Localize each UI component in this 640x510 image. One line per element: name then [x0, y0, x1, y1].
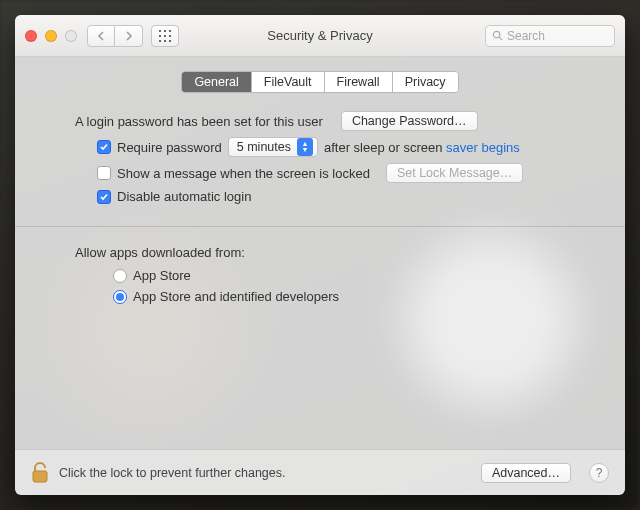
nav-back-forward [87, 25, 143, 47]
change-password-button[interactable]: Change Password… [341, 111, 478, 131]
window-controls [25, 30, 77, 42]
show-lock-message-label: Show a message when the screen is locked [117, 166, 370, 181]
svg-rect-5 [169, 35, 171, 37]
tab-firewall[interactable]: Firewall [325, 72, 393, 92]
tab-general[interactable]: General [182, 72, 251, 92]
svg-point-9 [493, 31, 499, 37]
forward-button[interactable] [115, 25, 143, 47]
disable-automatic-login-checkbox[interactable] [97, 190, 111, 204]
allow-apps-heading: Allow apps downloaded from: [75, 245, 245, 260]
allow-apps-identified-developers-radio[interactable] [113, 290, 127, 304]
svg-rect-11 [33, 471, 47, 482]
allow-apps-app-store-label: App Store [133, 268, 191, 283]
svg-rect-6 [159, 40, 161, 42]
help-button[interactable]: ? [589, 463, 609, 483]
svg-rect-8 [169, 40, 171, 42]
lock-icon[interactable] [31, 462, 49, 484]
login-password-set-text: A login password has been set for this u… [75, 114, 323, 129]
search-placeholder: Search [507, 29, 545, 43]
search-input[interactable]: Search [485, 25, 615, 47]
window-titlebar: Security & Privacy Search [15, 15, 625, 57]
close-window-button[interactable] [25, 30, 37, 42]
require-password-label: Require password [117, 140, 222, 155]
svg-rect-1 [164, 30, 166, 32]
show-lock-message-checkbox[interactable] [97, 166, 111, 180]
show-all-prefs-button[interactable] [151, 25, 179, 47]
preferences-window: Security & Privacy Search General FileVa… [15, 15, 625, 495]
svg-rect-2 [169, 30, 171, 32]
tab-privacy[interactable]: Privacy [393, 72, 458, 92]
allow-apps-app-store-radio[interactable] [113, 269, 127, 283]
tab-filevault[interactable]: FileVault [252, 72, 325, 92]
svg-line-10 [499, 37, 502, 40]
svg-rect-3 [159, 35, 161, 37]
svg-rect-0 [159, 30, 161, 32]
require-password-checkbox[interactable] [97, 140, 111, 154]
require-password-suffix: after sleep or screen saver begins [324, 140, 520, 155]
stepper-arrows-icon: ▲▼ [297, 138, 313, 156]
section-divider [15, 226, 625, 227]
back-button[interactable] [87, 25, 115, 47]
saver-begins-link[interactable]: saver begins [446, 140, 520, 155]
pane-footer: Click the lock to prevent further change… [15, 449, 625, 495]
minimize-window-button[interactable] [45, 30, 57, 42]
zoom-window-button[interactable] [65, 30, 77, 42]
search-icon [492, 30, 503, 41]
require-password-delay-select[interactable]: 5 minutes ▲▼ [228, 137, 318, 157]
disable-automatic-login-label: Disable automatic login [117, 189, 251, 204]
set-lock-message-button[interactable]: Set Lock Message… [386, 163, 523, 183]
lock-hint-text: Click the lock to prevent further change… [59, 466, 286, 480]
general-pane: A login password has been set for this u… [15, 103, 625, 304]
prefs-tabs: General FileVault Firewall Privacy [181, 71, 458, 93]
svg-rect-7 [164, 40, 166, 42]
allow-apps-identified-developers-label: App Store and identified developers [133, 289, 339, 304]
svg-rect-4 [164, 35, 166, 37]
advanced-button[interactable]: Advanced… [481, 463, 571, 483]
